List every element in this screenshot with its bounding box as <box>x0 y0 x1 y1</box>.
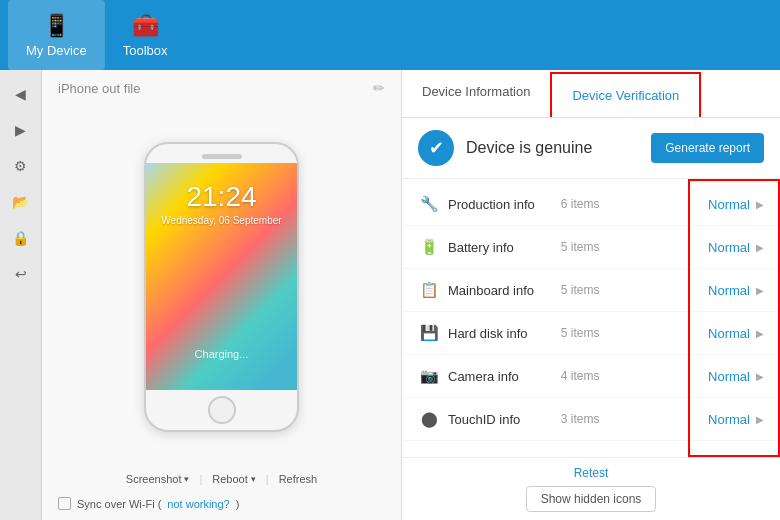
tab-device-verify[interactable]: Device Verification <box>550 72 701 117</box>
screenshot-arrow: ▾ <box>184 474 189 484</box>
device-screen-container: 21:24 Wednesday, 06 September Charging..… <box>42 106 401 467</box>
info-list: 🔧 Production info 6 items Normal ▶ 🔋 Bat… <box>402 179 780 457</box>
reboot-btn[interactable]: Reboot ▾ <box>212 473 255 485</box>
sidebar-btn-6[interactable]: ↩ <box>5 258 37 290</box>
toolbox-icon: 🧰 <box>132 13 159 39</box>
info-row-status-1: Normal <box>708 240 750 255</box>
info-row-icon-6: 🖥 <box>418 451 440 457</box>
sidebar-btn-2[interactable]: ▶ <box>5 114 37 146</box>
info-row[interactable]: 🔋 Battery info 5 items Normal ▶ <box>402 226 780 269</box>
info-row-count-1: 5 items <box>561 240 600 254</box>
info-row-count-4: 4 items <box>561 369 600 383</box>
sidebar-btn-1[interactable]: ◀ <box>5 78 37 110</box>
info-row-arrow-5: ▶ <box>756 414 764 425</box>
info-row-icon-5: ⬤ <box>418 408 440 430</box>
genuine-bar: ✔ Device is genuine Generate report <box>402 118 780 179</box>
sidebar: ◀ ▶ ⚙ 📂 🔒 ↩ <box>0 70 42 520</box>
tab-bar: Device Information Device Verification <box>402 70 780 118</box>
phone-home-button <box>208 396 236 424</box>
top-navbar: 📱 My Device 🧰 Toolbox <box>0 0 780 70</box>
genuine-icon: ✔ <box>418 130 454 166</box>
info-row-count-2: 5 items <box>561 283 600 297</box>
sync-label-end: ) <box>236 498 240 510</box>
phone-date: Wednesday, 06 September <box>161 215 281 226</box>
info-row-label-2: Mainboard info <box>448 283 557 298</box>
genuine-text: Device is genuine <box>466 139 639 157</box>
sidebar-btn-5[interactable]: 🔒 <box>5 222 37 254</box>
info-row[interactable]: 🔧 Production info 6 items Normal ▶ <box>402 183 780 226</box>
info-row-label-3: Hard disk info <box>448 326 557 341</box>
info-row-arrow-3: ▶ <box>756 328 764 339</box>
info-row-icon-4: 📷 <box>418 365 440 387</box>
device-name: iPhone out file <box>58 81 140 96</box>
info-row[interactable]: 📷 Camera info 4 items Normal ▶ <box>402 355 780 398</box>
info-row-arrow-6: ▶ <box>756 457 764 458</box>
device-edit-icon[interactable]: ✏ <box>373 80 385 96</box>
bottom-bar: Retest Show hidden icons <box>402 457 780 520</box>
info-row-count-0: 6 items <box>561 197 600 211</box>
device-actions: Screenshot ▾ | Reboot ▾ | Refresh <box>42 467 401 491</box>
info-list-wrapper: 🔧 Production info 6 items Normal ▶ 🔋 Bat… <box>402 179 780 457</box>
info-row-icon-0: 🔧 <box>418 193 440 215</box>
info-row-status-6: Normal <box>708 455 750 458</box>
info-row-status-4: Normal <box>708 369 750 384</box>
info-row-label-4: Camera info <box>448 369 557 384</box>
info-row-label-1: Battery info <box>448 240 557 255</box>
info-row-arrow-4: ▶ <box>756 371 764 382</box>
right-panel: Device Information Device Verification ✔… <box>402 70 780 520</box>
sidebar-btn-4[interactable]: 📂 <box>5 186 37 218</box>
refresh-btn[interactable]: Refresh <box>279 473 318 485</box>
info-row[interactable]: 📋 Mainboard info 5 items Normal ▶ <box>402 269 780 312</box>
info-row-status-2: Normal <box>708 283 750 298</box>
info-row-icon-2: 📋 <box>418 279 440 301</box>
tab-device-info[interactable]: Device Information <box>402 70 550 117</box>
phone-speaker <box>202 154 242 159</box>
info-row[interactable]: ⬤ TouchID info 3 items Normal ▶ <box>402 398 780 441</box>
info-row-status-3: Normal <box>708 326 750 341</box>
reboot-label: Reboot <box>212 473 247 485</box>
device-header: iPhone out file ✏ <box>42 70 401 106</box>
phone-screen: 21:24 Wednesday, 06 September Charging..… <box>146 163 297 390</box>
sync-checkbox[interactable] <box>58 497 71 510</box>
screenshot-label: Screenshot <box>126 473 182 485</box>
toolbox-label: Toolbox <box>123 43 168 58</box>
info-row-label-6: Screen info <box>448 455 557 458</box>
reboot-arrow: ▾ <box>251 474 256 484</box>
sidebar-btn-3[interactable]: ⚙ <box>5 150 37 182</box>
my-device-label: My Device <box>26 43 87 58</box>
phone-charging: Charging... <box>195 348 249 360</box>
refresh-label: Refresh <box>279 473 318 485</box>
device-panel: iPhone out file ✏ 21:24 Wednesday, 06 Se… <box>42 70 402 520</box>
info-row-count-5: 3 items <box>561 412 600 426</box>
info-row[interactable]: 🖥 Screen info 3 items Normal ▶ <box>402 441 780 457</box>
phone-time: 21:24 <box>186 181 256 213</box>
phone-frame: 21:24 Wednesday, 06 September Charging..… <box>144 142 299 432</box>
info-row-arrow-0: ▶ <box>756 199 764 210</box>
info-row-icon-3: 💾 <box>418 322 440 344</box>
sync-link[interactable]: not working? <box>167 498 229 510</box>
info-row-count-3: 5 items <box>561 326 600 340</box>
sync-row: Sync over Wi-Fi ( not working? ) <box>42 491 401 520</box>
info-row-arrow-2: ▶ <box>756 285 764 296</box>
tab-device-verify-wrap: Device Verification <box>550 70 701 117</box>
screenshot-btn[interactable]: Screenshot ▾ <box>126 473 190 485</box>
info-row-label-0: Production info <box>448 197 557 212</box>
my-device-icon: 📱 <box>43 13 70 39</box>
retest-link[interactable]: Retest <box>574 466 609 480</box>
show-hidden-btn[interactable]: Show hidden icons <box>526 486 657 512</box>
info-row-count-6: 3 items <box>561 455 600 457</box>
info-row-icon-1: 🔋 <box>418 236 440 258</box>
info-row-label-5: TouchID info <box>448 412 557 427</box>
info-row-status-5: Normal <box>708 412 750 427</box>
main-content: ◀ ▶ ⚙ 📂 🔒 ↩ iPhone out file ✏ 21:24 Wedn… <box>0 70 780 520</box>
my-device-nav[interactable]: 📱 My Device <box>8 0 105 70</box>
info-row-arrow-1: ▶ <box>756 242 764 253</box>
info-row[interactable]: 💾 Hard disk info 5 items Normal ▶ <box>402 312 780 355</box>
sync-label: Sync over Wi-Fi ( <box>77 498 161 510</box>
toolbox-nav[interactable]: 🧰 Toolbox <box>105 0 186 70</box>
generate-report-btn[interactable]: Generate report <box>651 133 764 163</box>
info-row-status-0: Normal <box>708 197 750 212</box>
